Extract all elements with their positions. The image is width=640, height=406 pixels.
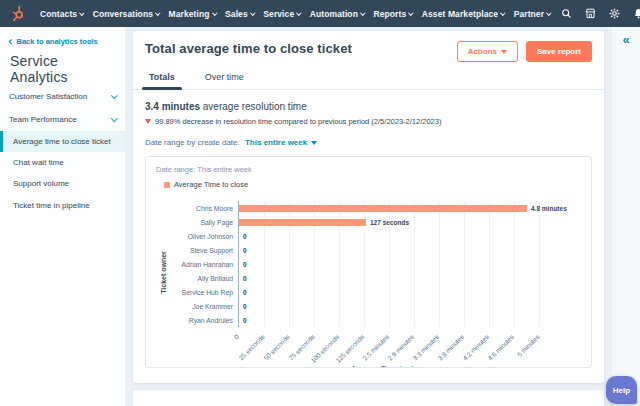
chart-plot: Chris Moore4.8 minutesSally Page127 seco…	[238, 201, 590, 368]
metric-label: average resolution time	[203, 101, 307, 112]
chart-category-label: Ryan Andrules	[153, 317, 233, 324]
chart-context-label: Date range: This entire week	[156, 165, 581, 174]
top-navigation: Contacts Conversations Marketing Sales S…	[0, 0, 640, 27]
trend-down-icon	[145, 119, 151, 124]
actions-button[interactable]: Actions	[457, 41, 518, 62]
chart-category-label: Chris Moore	[153, 205, 233, 212]
collapse-panel-icon[interactable]: «	[622, 33, 629, 46]
chart-value-label: 0	[243, 317, 247, 324]
report-card: Total average time to close ticket Actio…	[133, 31, 604, 383]
settings-icon[interactable]	[608, 7, 621, 20]
sidebar-section-team-performance[interactable]: Team Performance	[0, 108, 125, 131]
chevron-down-icon	[111, 115, 117, 121]
chevron-down-icon	[409, 10, 414, 15]
chart-value-label: 0	[243, 233, 247, 240]
chart-row: Ally Brillaud0	[239, 271, 590, 285]
chart-legend[interactable]: Average Time to close	[164, 180, 581, 189]
report-tabs: Totals Over time	[133, 68, 604, 90]
chevron-down-icon	[250, 10, 255, 15]
sidebar-item-chat-wait-time[interactable]: Chat wait time	[0, 152, 125, 173]
chart-category-label: Joe Krammer	[153, 303, 233, 310]
sidebar-title: Service Analytics	[0, 46, 125, 85]
right-rail: «	[611, 27, 640, 406]
chart-row: Sally Page127 seconds	[239, 215, 590, 229]
chart-value-label: 4.8 minutes	[531, 205, 567, 212]
chart-value-label: 0	[243, 303, 247, 310]
legend-label: Average Time to close	[174, 180, 248, 189]
chevron-down-icon	[155, 10, 160, 15]
chart-bar[interactable]	[239, 205, 527, 212]
metric-summary: 3.4 minutes average resolution time	[145, 101, 592, 112]
chart-category-label: Steve Support	[153, 247, 233, 254]
sidebar-item-support-volume[interactable]: Support volume	[0, 173, 125, 194]
caret-down-icon	[501, 50, 507, 54]
help-button[interactable]: Help	[606, 376, 637, 404]
chart-module: Date range: This entire week Average Tim…	[145, 156, 592, 368]
nav-item-marketing[interactable]: Marketing	[169, 9, 217, 19]
chart-row: Steve Support0	[239, 243, 590, 257]
page-title: Total average time to close ticket	[145, 41, 352, 56]
chart-value-label: 127 seconds	[370, 219, 409, 226]
sidebar-section-customer-satisfaction[interactable]: Customer Satisfaction	[0, 85, 125, 108]
x-tick-label: 5 minutes	[516, 333, 541, 358]
y-axis-title: Ticket owner	[160, 251, 167, 294]
back-to-analytics-tools-link[interactable]: Back to analytics tools	[0, 27, 125, 46]
caret-down-icon	[311, 141, 317, 145]
chart-category-label: Ally Brillaud	[153, 275, 233, 282]
nav-item-sales[interactable]: Sales	[225, 9, 254, 19]
nav-item-reports[interactable]: Reports	[373, 9, 412, 19]
chevron-down-icon	[546, 10, 551, 15]
tab-over-time[interactable]: Over time	[203, 68, 246, 89]
chart-row: Joe Krammer0	[239, 299, 590, 313]
marketplace-icon[interactable]	[584, 7, 597, 20]
legend-swatch	[164, 182, 170, 188]
chevron-down-icon	[111, 92, 117, 98]
chart-category-label: Oliver Johnson	[153, 233, 233, 240]
nav-item-service[interactable]: Service	[263, 9, 300, 19]
chevron-down-icon	[79, 10, 84, 15]
chart-row: Service Hub Rep0	[239, 285, 590, 299]
x-tick-label: 0	[233, 333, 241, 341]
date-range-row: Date range by create date: This entire w…	[145, 138, 592, 147]
date-range-dropdown[interactable]: This entire week	[245, 138, 317, 147]
sidebar-item-average-time-to-close-ticket[interactable]: Average time to close ticket	[0, 131, 125, 152]
nav-item-automation[interactable]: Automation	[310, 9, 365, 19]
notifications-icon[interactable]	[632, 7, 640, 20]
chart-value-label: 0	[243, 289, 247, 296]
chart-row: Oliver Johnson0	[239, 229, 590, 243]
search-icon[interactable]	[560, 7, 573, 20]
chevron-down-icon	[360, 10, 365, 15]
nav-item-conversations[interactable]: Conversations	[93, 9, 160, 19]
trend-text: 99.89% decrease in resolution time compa…	[155, 117, 441, 126]
chart-category-label: Sally Page	[153, 219, 233, 226]
chart-value-label: 0	[243, 275, 247, 282]
next-report-card	[133, 390, 604, 406]
nav-right-icons	[560, 6, 640, 21]
analytics-sidebar: Back to analytics tools Service Analytic…	[0, 27, 125, 406]
metric-value: 3.4 minutes	[145, 101, 200, 112]
chart-rows: Chris Moore4.8 minutesSally Page127 seco…	[238, 201, 590, 327]
chart-category-label: Adrian Hanrahan	[153, 261, 233, 268]
tab-totals[interactable]: Totals	[147, 68, 177, 89]
chart-row: Adrian Hanrahan0	[239, 257, 590, 271]
chart-category-label: Service Hub Rep	[153, 289, 233, 296]
chevron-down-icon	[212, 10, 217, 15]
chart-bar[interactable]	[239, 219, 366, 226]
x-tick-label: 4.6 minutes	[487, 333, 516, 362]
chevron-left-icon	[9, 39, 14, 44]
hubspot-logo-icon[interactable]	[10, 5, 27, 22]
chevron-down-icon	[297, 10, 302, 15]
x-axis-title: Average Time to close	[238, 364, 538, 368]
nav-item-asset-marketplace[interactable]: Asset Marketplace	[422, 9, 505, 19]
x-tick-label: 25 seconds	[237, 333, 265, 361]
save-report-button[interactable]: Save report	[526, 41, 592, 62]
chevron-down-icon	[500, 10, 505, 15]
nav-item-partner[interactable]: Partner	[514, 9, 551, 19]
nav-item-contacts[interactable]: Contacts	[40, 9, 84, 19]
chart-row: Ryan Andrules0	[239, 313, 590, 327]
trend-summary: 99.89% decrease in resolution time compa…	[145, 117, 592, 126]
chart-row: Chris Moore4.8 minutes	[239, 201, 590, 215]
chart-value-label: 0	[243, 261, 247, 268]
sidebar-item-ticket-time-in-pipeline[interactable]: Ticket time in pipeline	[0, 195, 125, 216]
chart-x-ticks: 025 seconds50 seconds75 seconds100 secon…	[238, 327, 590, 363]
